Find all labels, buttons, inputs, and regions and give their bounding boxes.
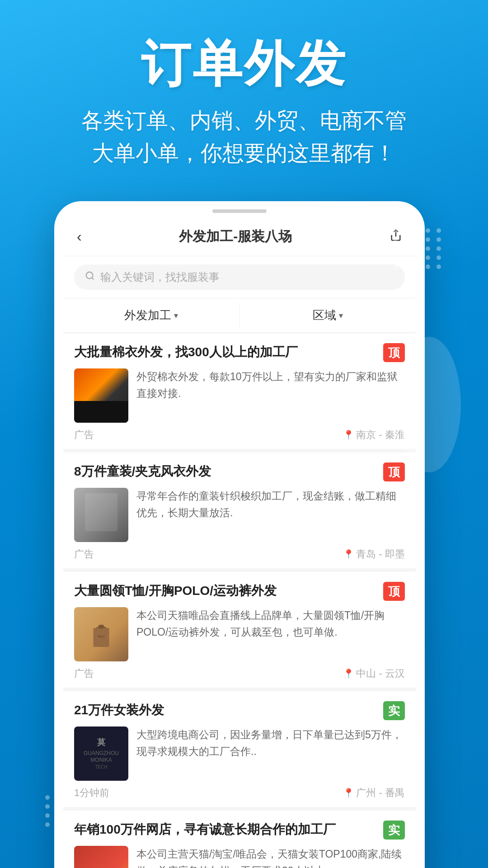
- listing-badge-1: 顶: [383, 343, 405, 362]
- women-image-text: 莫 GUANGZHOU MONIKA TECH: [74, 737, 128, 770]
- listing-body-4: 莫 GUANGZHOU MONIKA TECH 大型跨境电商公司，因业务量增，日…: [74, 726, 405, 781]
- location-text-3: 中山 - 云汉: [356, 667, 405, 680]
- listing-image-1: [74, 368, 128, 423]
- svg-line-2: [92, 278, 94, 279]
- filter-bar: 外发加工 ▾ 区域 ▾: [63, 298, 416, 333]
- listing-title-row-4: 21万件女装外发 实: [74, 701, 405, 720]
- filter-quyu[interactable]: 区域 ▾: [240, 298, 416, 332]
- nav-title: 外发加工-服装八场: [179, 227, 292, 246]
- listing-card-3[interactable]: 大量圆领T恤/开胸POLO/运动裤外发 顶 POLO: [63, 572, 416, 688]
- listing-desc-2: 寻常年合作的童装针织梭织加工厂，现金结账，做工精细优先，长期大量放活.: [136, 488, 405, 542]
- listing-image-5: [74, 846, 128, 868]
- dots-decoration-left: [45, 795, 84, 827]
- location-icon-4: 📍: [343, 788, 354, 798]
- location-text-4: 广州 - 番禺: [356, 786, 405, 800]
- listing-title-2: 8万件童装/夹克风衣外发: [74, 462, 379, 480]
- listing-desc-4: 大型跨境电商公司，因业务量增，日下单量已达到5万件，现寻求规模大的工厂合作..: [136, 726, 405, 781]
- location-icon-2: 📍: [343, 549, 354, 560]
- nav-bar: ‹ 外发加工-服装八场: [63, 217, 416, 256]
- listing-location-1: 📍 南京 - 秦淮: [343, 428, 405, 442]
- filter-label-2: 区域: [313, 307, 336, 323]
- kids-jacket-image: [74, 488, 128, 542]
- listing-card-4[interactable]: 21万件女装外发 实 莫 GUANGZHOU MONIKA TECH 大: [63, 691, 416, 807]
- listing-title-row-2: 8万件童装/夹克风衣外发 顶: [74, 462, 405, 481]
- listing-badge-3: 顶: [383, 582, 405, 601]
- listing-tag-1: 广告: [74, 428, 94, 442]
- phone-frame: ‹ 外发加工-服装八场: [54, 201, 425, 868]
- listing-location-4: 📍 广州 - 番禺: [343, 786, 405, 800]
- location-icon-1: 📍: [343, 429, 354, 440]
- listing-title-row-5: 年销100万件网店，寻有诚意长期合作的加工厂 实: [74, 821, 405, 840]
- listing-title-3: 大量圆领T恤/开胸POLO/运动裤外发: [74, 582, 379, 599]
- listing-desc-1: 外贸棉衣外发，每款10万件以上，望有实力的厂家和监狱直接对接.: [136, 368, 405, 423]
- subtitle: 各类订单、内销、外贸、电商不管 大单小单，你想要的这里都有！: [27, 104, 461, 170]
- listing-tag-2: 广告: [74, 547, 94, 561]
- listing-title-5: 年销100万件网店，寻有诚意长期合作的加工厂: [74, 821, 379, 838]
- listing-card-2[interactable]: 8万件童装/夹克风衣外发 顶 寻常年合作的童装针织梭织加工厂，现金结账，做工精细…: [63, 453, 416, 568]
- listing-body-5: 本公司主营天猫/淘宝/唯品会，天猫女装TOP100商家,陆续做、单庄应急的勿扰，…: [74, 846, 405, 868]
- location-icon-3: 📍: [343, 668, 354, 679]
- filter-arrow-2: ▾: [339, 311, 343, 321]
- search-input-container[interactable]: 输入关键词，找找服装事: [74, 264, 405, 290]
- phone-top-bar: [54, 201, 425, 217]
- listing-title-row-1: 大批量棉衣外发，找300人以上的加工厂 顶: [74, 343, 405, 362]
- listing-body-1: 外贸棉衣外发，每款10万件以上，望有实力的厂家和监狱直接对接.: [74, 368, 405, 423]
- filter-waifahjiagong[interactable]: 外发加工 ▾: [63, 298, 239, 332]
- listing-card-1[interactable]: 大批量棉衣外发，找300人以上的加工厂 顶 外贸棉衣外发，每款10万件以上，望有…: [63, 333, 416, 449]
- phone-container: ‹ 外发加工-服装八场: [54, 201, 434, 868]
- listing-title-row-3: 大量圆领T恤/开胸POLO/运动裤外发 顶: [74, 582, 405, 601]
- dots-decoration-right: [393, 228, 443, 269]
- right-curve-decoration: [398, 337, 461, 472]
- listing-title-1: 大批量棉衣外发，找300人以上的加工厂: [74, 343, 379, 361]
- listing-image-3: POLO: [74, 607, 128, 661]
- search-icon: [85, 271, 95, 283]
- listing-footer-2: 广告 📍 青岛 - 即墨: [74, 547, 405, 561]
- filter-arrow-1: ▾: [174, 311, 178, 321]
- listing-footer-3: 广告 📍 中山 - 云汉: [74, 667, 405, 680]
- filter-label-1: 外发加工: [124, 307, 171, 323]
- listing-title-4: 21万件女装外发: [74, 701, 379, 719]
- search-placeholder: 输入关键词，找找服装事: [100, 270, 220, 284]
- location-text-2: 青岛 - 即墨: [356, 547, 405, 561]
- listing-image-2: [74, 488, 128, 542]
- listing-body-3: POLO 本公司天猫唯品会直播线上品牌单，大量圆领T恤/开胸POLO/运动裤外发…: [74, 607, 405, 661]
- subtitle-line2: 大单小单，你想要的这里都有！: [92, 141, 396, 165]
- polo-image: POLO: [74, 607, 128, 661]
- listing-tag-3: 广告: [74, 667, 94, 680]
- listing-card-5[interactable]: 年销100万件网店，寻有诚意长期合作的加工厂 实 本公司主营天猫/淘宝/唯品会，…: [63, 811, 416, 868]
- screen-content: ‹ 外发加工-服装八场: [63, 217, 416, 868]
- header-section: 订单外发 各类订单、内销、外贸、电商不管 大单小单，你想要的这里都有！: [0, 0, 488, 188]
- back-button[interactable]: ‹: [77, 228, 82, 245]
- listing-location-2: 📍 青岛 - 即墨: [343, 547, 405, 561]
- phone-notch: [212, 209, 267, 213]
- listing-footer-1: 广告 📍 南京 - 秦淮: [74, 428, 405, 442]
- svg-point-1: [86, 272, 93, 279]
- listing-badge-4: 实: [383, 701, 405, 720]
- listing-desc-5: 本公司主营天猫/淘宝/唯品会，天猫女装TOP100商家,陆续做、单庄应急的勿扰，…: [136, 846, 405, 868]
- listing-badge-5: 实: [383, 821, 405, 840]
- listing-badge-2: 顶: [383, 462, 405, 481]
- listing-footer-4: 1分钟前 📍 广州 - 番禺: [74, 786, 405, 800]
- svg-text:POLO: POLO: [98, 635, 105, 638]
- jacket-image: [74, 368, 128, 423]
- subtitle-line1: 各类订单、内销、外贸、电商不管: [81, 108, 407, 132]
- person-image: [74, 846, 128, 868]
- listing-image-4: 莫 GUANGZHOU MONIKA TECH: [74, 726, 128, 781]
- main-title: 订单外发: [27, 36, 461, 91]
- listing-body-2: 寻常年合作的童装针织梭织加工厂，现金结账，做工精细优先，长期大量放活.: [74, 488, 405, 542]
- listing-desc-3: 本公司天猫唯品会直播线上品牌单，大量圆领T恤/开胸POLO/运动裤外发，可从裁至…: [136, 607, 405, 661]
- svg-rect-4: [99, 625, 103, 628]
- women-image: 莫 GUANGZHOU MONIKA TECH: [74, 726, 128, 781]
- location-text-1: 南京 - 秦淮: [356, 428, 405, 442]
- listing-location-3: 📍 中山 - 云汉: [343, 667, 405, 680]
- search-bar: 输入关键词，找找服装事: [63, 256, 416, 298]
